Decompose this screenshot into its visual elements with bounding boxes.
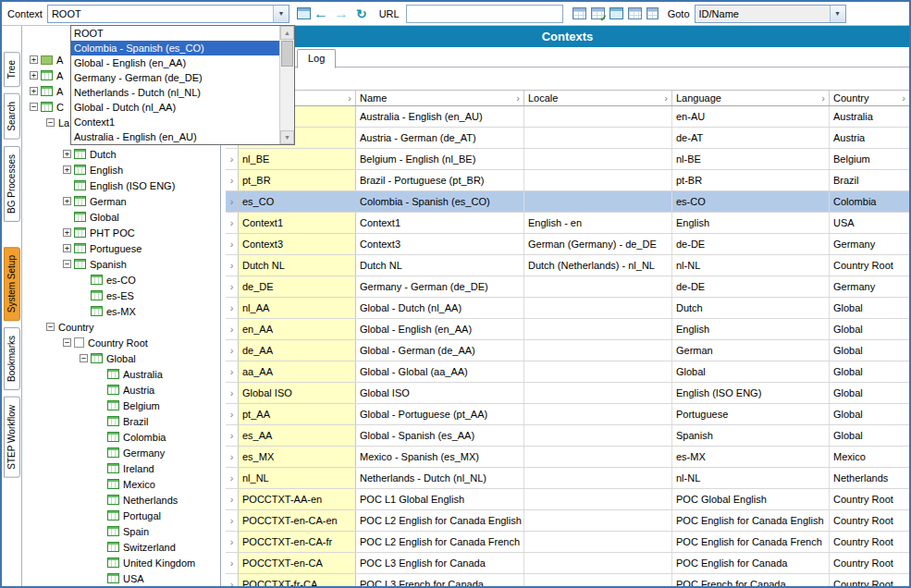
scroll-up-icon[interactable]: ▲ [280,26,294,40]
collapse-minus-icon[interactable]: − [63,338,71,347]
collapse-minus-icon[interactable]: − [80,354,88,362]
context-dropdown-item-germany-german-de-de[interactable]: Germany - German (de_DE) [71,70,279,85]
context-name-cell[interactable]: POC L3 French for Canada [356,574,524,586]
sidebar-tab-system-setup[interactable]: System Setup [4,247,20,321]
context-dropdown-item-context1[interactable]: Context1 [71,115,279,129]
context-locale-cell[interactable] [524,149,672,169]
context-language-cell[interactable]: es-MX [672,447,830,467]
url-input[interactable] [406,5,563,23]
collapse-minus-icon[interactable]: − [46,323,55,331]
column-header-country[interactable]: Country› [830,91,909,105]
tree-item-english-iso-eng[interactable]: English (ISO ENG) [30,178,220,193]
table-view-icon[interactable] [572,7,586,19]
tree-item-es-co[interactable]: es-CO [30,272,220,288]
context-locale-cell[interactable] [524,510,672,531]
sidebar-tab-search[interactable]: Search [4,93,20,140]
context-dropdown-item-global-dutch-nl-aa[interactable]: Global - Dutch (nl_AA) [71,100,279,115]
table-grid-icon[interactable] [628,7,642,19]
context-row-nl-aa[interactable]: ›nl_AAGlobal - Dutch (nl_AA)DutchGlobal [226,298,909,319]
context-country-cell[interactable]: Global [830,340,909,361]
context-id-cell[interactable]: nl_BE [238,149,356,169]
context-id-cell[interactable]: nl_AA [238,298,356,318]
tree-item-united-kingdom[interactable]: United Kingdom [30,555,220,570]
context-country-cell[interactable]: Austria [830,128,909,148]
context-dropdown-item-netherlands-dutch-nl-nl[interactable]: Netherlands - Dutch (nl_NL) [71,85,279,100]
context-name-cell[interactable]: Australia - English (en_AU) [356,106,524,127]
expand-plus-icon[interactable]: + [30,71,38,80]
tree-item-brazil[interactable]: Brazil [30,413,220,429]
context-name-cell[interactable]: Global ISO [356,383,524,403]
expand-plus-icon[interactable]: + [63,228,71,237]
context-locale-cell[interactable]: Dutch (Netherlands) - nl_NL [524,255,672,276]
expand-plus-icon[interactable]: + [63,244,71,252]
context-country-cell[interactable]: Germany [830,234,909,254]
context-locale-cell[interactable] [524,361,672,382]
tree-item-es-mx[interactable]: es-MX [30,303,220,319]
context-row-pocctxt-en-ca-en[interactable]: ›POCCTXT-en-CA-enPOC L2 English for Cana… [226,510,909,532]
tree-item-mexico[interactable]: Mexico [30,476,220,492]
context-id-cell[interactable]: POCCTXT-en-CA [238,553,356,573]
tree-item-dutch[interactable]: +Dutch [30,146,220,162]
tree-item-colombia[interactable]: Colombia [30,429,220,445]
context-locale-cell[interactable] [524,128,672,148]
context-name-cell[interactable]: Context1 [356,213,524,233]
context-id-cell[interactable]: POCCTXT-en-CA-en [238,510,356,531]
context-language-cell[interactable]: es-CO [672,191,830,212]
context-row-dutch-nl[interactable]: ›Dutch NLDutch NLDutch (Netherlands) - n… [226,255,909,276]
context-row-global-iso[interactable]: ›Global ISOGlobal ISOEnglish (ISO ENG)Gl… [226,383,909,404]
column-header-locale[interactable]: Locale› [524,91,672,105]
dropdown-scrollbar[interactable]: ▲ ▼ [279,26,294,144]
context-id-cell[interactable]: pt_BR [238,170,356,190]
expand-plus-icon[interactable]: + [30,55,38,64]
context-row-pocctxt-en-ca[interactable]: ›POCCTXT-en-CAPOC L3 English for CanadaP… [226,553,909,574]
context-country-cell[interactable]: Country Root [830,489,909,509]
context-name-cell[interactable]: POC L1 Global English [356,489,524,509]
context-locale-cell[interactable]: English - en [524,213,672,233]
tree-item-spanish[interactable]: −Spanish [30,256,220,272]
chevron-down-icon[interactable]: ▼ [830,6,845,22]
context-language-cell[interactable]: POC Global English [672,489,830,509]
tree-item-global[interactable]: −Global [30,350,220,366]
context-country-cell[interactable]: Germany [830,276,909,297]
tree-item-country-root[interactable]: −Country Root [30,335,220,350]
context-row-aa-aa[interactable]: ›aa_AAGlobal - Global (aa_AA)GlobalGloba… [226,361,909,383]
sidebar-tab-step-workflow[interactable]: STEP Workflow [4,397,20,478]
collapse-minus-icon[interactable]: − [30,103,38,111]
monitor-icon[interactable] [609,7,623,19]
context-name-cell[interactable]: Austria - German (de_AT) [356,128,524,148]
context-language-cell[interactable]: en-AU [672,106,830,127]
context-name-cell[interactable]: Belgium - English (nl_BE) [356,149,524,169]
context-locale-cell[interactable] [524,447,672,467]
context-name-cell[interactable]: Global - English (en_AA) [356,319,524,339]
context-name-cell[interactable]: POC L2 English for Canada English [356,510,524,531]
tree-item-german[interactable]: +German [30,193,220,209]
context-id-cell[interactable]: de_DE [238,276,356,297]
context-locale-cell[interactable] [524,532,672,552]
context-id-cell[interactable]: es_CO [238,191,356,212]
context-row-es-mx[interactable]: ›es_MXMexico - Spanish (es_MX)es-MXMexic… [226,447,909,468]
tree-item-belgium[interactable]: Belgium [30,398,220,413]
context-country-cell[interactable]: Belgium [830,149,909,169]
context-locale-cell[interactable] [524,574,672,586]
expand-plus-icon[interactable]: + [63,150,71,158]
context-row-pt-br[interactable]: ›pt_BRBrazil - Portuguese (pt_BR)pt-BRBr… [226,170,909,191]
context-name-cell[interactable]: Colombia - Spanish (es_CO) [356,191,524,212]
context-name-cell[interactable]: Global - Dutch (nl_AA) [356,298,524,318]
context-name-cell[interactable]: Brazil - Portuguese (pt_BR) [356,170,524,190]
context-language-cell[interactable]: German [672,340,830,361]
context-locale-cell[interactable] [524,553,672,573]
context-id-cell[interactable]: POCCTXT-fr-CA [238,574,356,586]
expand-plus-icon[interactable]: + [63,197,71,205]
context-name-cell[interactable]: Global - Spanish (es_AA) [356,425,524,446]
tree-item-es-es[interactable]: es-ES [30,288,220,303]
context-id-cell[interactable]: Dutch NL [238,255,356,276]
context-locale-cell[interactable] [524,340,672,361]
context-country-cell[interactable]: Country Root [830,510,909,531]
tab-log[interactable]: Log [297,49,336,68]
sidebar-tab-bg-processes[interactable]: BG Processes [4,146,20,222]
context-dropdown-item-root[interactable]: ROOT [71,26,279,41]
context-locale-cell[interactable] [524,425,672,446]
context-name-cell[interactable]: Netherlands - Dutch (nl_NL) [356,468,524,488]
context-name-cell[interactable]: Context3 [356,234,524,254]
tree-item-ireland[interactable]: Ireland [30,460,220,476]
